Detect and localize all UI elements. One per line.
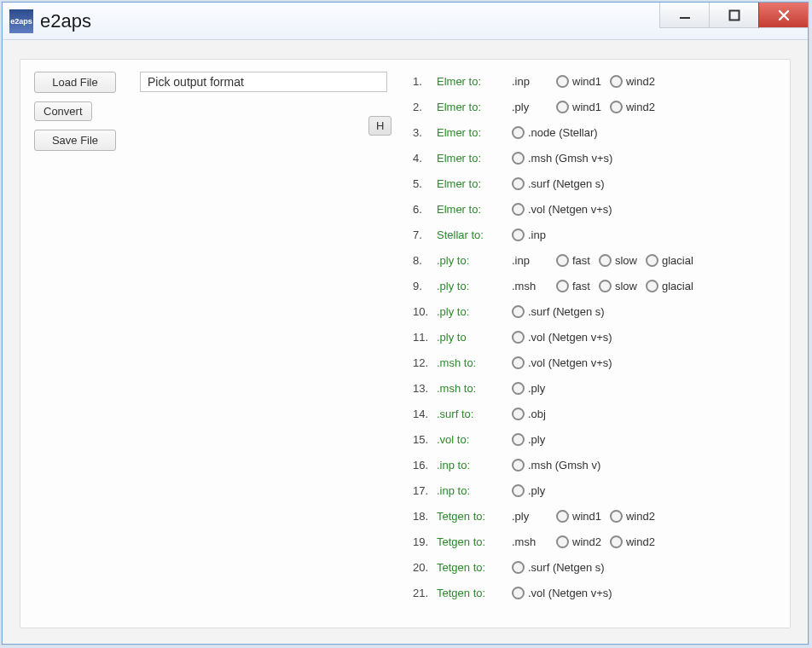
- close-button[interactable]: [758, 3, 808, 28]
- row-number: 4.: [409, 152, 437, 165]
- minimize-button[interactable]: [659, 3, 709, 28]
- radio-icon: [556, 535, 569, 548]
- row-extension: .msh: [512, 535, 549, 548]
- row-label: Tetgen to:: [437, 510, 512, 523]
- format-row: 20.Tetgen to:.surf (Netgen s): [409, 554, 783, 580]
- app-title: e2aps: [40, 10, 91, 32]
- radio-option[interactable]: .vol (Netgen v+s): [512, 356, 612, 369]
- radio-icon: [512, 152, 525, 165]
- row-options: .vol (Netgen v+s): [512, 356, 619, 369]
- row-number: 20.: [409, 561, 437, 574]
- format-row: 5.Elmer to:.surf (Netgen s): [409, 171, 783, 196]
- row-label: Elmer to:: [437, 203, 512, 216]
- output-format-input[interactable]: [140, 72, 387, 92]
- radio-icon: [610, 75, 623, 88]
- row-label: .msh to:: [437, 356, 512, 369]
- titlebar: e2aps e2aps: [3, 3, 808, 40]
- radio-label: .inp: [528, 229, 546, 241]
- radio-option[interactable]: slow: [599, 254, 637, 267]
- radio-icon: [556, 280, 569, 292]
- row-options: .surf (Netgen s): [512, 305, 612, 318]
- save-file-button[interactable]: Save File: [34, 130, 116, 151]
- window-controls: [659, 3, 808, 28]
- format-row: 11..ply to.vol (Netgen v+s): [409, 324, 783, 350]
- radio-option[interactable]: .node (Stellar): [512, 126, 598, 139]
- minimize-icon: [679, 9, 691, 21]
- radio-option[interactable]: wind1: [556, 75, 601, 88]
- load-file-button[interactable]: Load File: [34, 72, 116, 93]
- radio-option[interactable]: wind2: [556, 535, 601, 548]
- row-label: .inp to:: [437, 484, 512, 497]
- row-options: .vol (Netgen v+s): [512, 331, 619, 344]
- row-options: .ply: [512, 433, 552, 446]
- radio-label: .surf (Netgen s): [528, 177, 605, 190]
- radio-option[interactable]: glacial: [646, 254, 693, 267]
- radio-option[interactable]: glacial: [646, 280, 693, 292]
- svg-rect-1: [729, 10, 739, 20]
- radio-option[interactable]: .surf (Netgen s): [512, 305, 605, 318]
- radio-option[interactable]: wind2: [610, 535, 655, 548]
- row-number: 2.: [409, 101, 437, 113]
- radio-label: wind2: [626, 535, 655, 548]
- format-row: 19.Tetgen to:.mshwind2wind2: [409, 529, 783, 554]
- h-button[interactable]: H: [368, 116, 392, 136]
- radio-option[interactable]: wind2: [610, 510, 655, 523]
- row-label: .surf to:: [437, 408, 512, 420]
- row-label: .vol to:: [437, 433, 512, 446]
- maximize-button[interactable]: [709, 3, 758, 28]
- row-options: .node (Stellar): [512, 126, 605, 139]
- row-label: Tetgen to:: [437, 587, 512, 599]
- format-row: 6.Elmer to:.vol (Netgen v+s): [409, 196, 783, 222]
- radio-label: wind2: [626, 75, 655, 88]
- format-row: 9..ply to:.mshfastslowglacial: [409, 273, 783, 298]
- radio-option[interactable]: .ply: [512, 433, 545, 446]
- radio-label: wind1: [572, 510, 601, 523]
- radio-option[interactable]: .vol (Netgen v+s): [512, 203, 612, 216]
- row-number: 17.: [409, 484, 437, 497]
- row-options: .msh (Gmsh v+s): [512, 152, 619, 165]
- format-row: 15..vol to:.ply: [409, 426, 783, 452]
- row-number: 16.: [409, 459, 437, 472]
- radio-label: .ply: [528, 433, 545, 446]
- radio-option[interactable]: wind2: [610, 101, 655, 113]
- radio-option[interactable]: .surf (Netgen s): [512, 177, 605, 190]
- format-row: 13..msh to:.ply: [409, 375, 783, 401]
- row-number: 3.: [409, 126, 437, 139]
- radio-label: wind1: [572, 75, 601, 88]
- radio-option[interactable]: .vol (Netgen v+s): [512, 331, 612, 344]
- radio-label: .obj: [528, 408, 546, 420]
- radio-option[interactable]: wind2: [610, 75, 655, 88]
- radio-option[interactable]: fast: [556, 280, 590, 292]
- radio-option[interactable]: .inp: [512, 229, 546, 241]
- radio-option[interactable]: wind1: [556, 510, 601, 523]
- radio-option[interactable]: wind1: [556, 101, 601, 113]
- format-row: 8..ply to:.inpfastslowglacial: [409, 247, 783, 273]
- radio-option[interactable]: slow: [599, 280, 637, 292]
- radio-icon: [512, 408, 525, 420]
- app-icon: e2aps: [9, 9, 33, 33]
- radio-option[interactable]: .ply: [512, 484, 545, 497]
- radio-option[interactable]: fast: [556, 254, 590, 267]
- format-row: 21.Tetgen to:.vol (Netgen v+s): [409, 580, 783, 605]
- radio-option[interactable]: .surf (Netgen s): [512, 561, 605, 574]
- radio-option[interactable]: .vol (Netgen v+s): [512, 587, 612, 599]
- row-options: .vol (Netgen v+s): [512, 587, 619, 599]
- radio-option[interactable]: .obj: [512, 408, 546, 420]
- row-number: 8.: [409, 254, 437, 267]
- row-options: .plywind1wind2: [512, 510, 662, 523]
- format-row: 4.Elmer to:.msh (Gmsh v+s): [409, 145, 783, 171]
- radio-option[interactable]: .msh (Gmsh v): [512, 459, 600, 472]
- radio-label: .node (Stellar): [528, 126, 598, 139]
- row-label: .ply to:: [437, 305, 512, 318]
- row-extension: .msh: [512, 280, 549, 292]
- row-label: Elmer to:: [437, 101, 512, 113]
- radio-option[interactable]: .ply: [512, 382, 545, 395]
- radio-option[interactable]: .msh (Gmsh v+s): [512, 152, 612, 165]
- radio-icon: [512, 561, 525, 574]
- convert-button[interactable]: Convert: [34, 101, 92, 121]
- format-row: 2.Elmer to:.plywind1wind2: [409, 94, 783, 119]
- radio-label: .surf (Netgen s): [528, 305, 605, 318]
- row-options: .surf (Netgen s): [512, 177, 612, 190]
- row-label: .msh to:: [437, 382, 512, 395]
- row-extension: .inp: [512, 254, 549, 267]
